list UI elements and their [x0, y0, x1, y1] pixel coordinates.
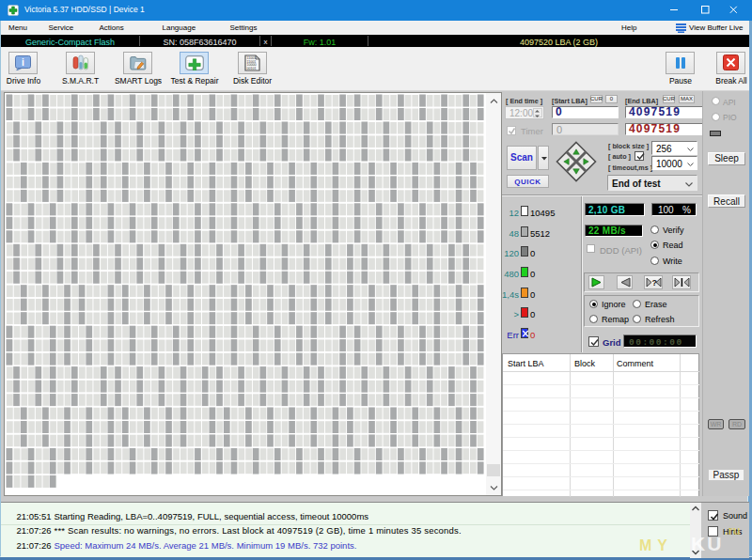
- svg-text:i: i: [22, 57, 24, 68]
- svg-text:00101: 00101: [247, 67, 257, 70]
